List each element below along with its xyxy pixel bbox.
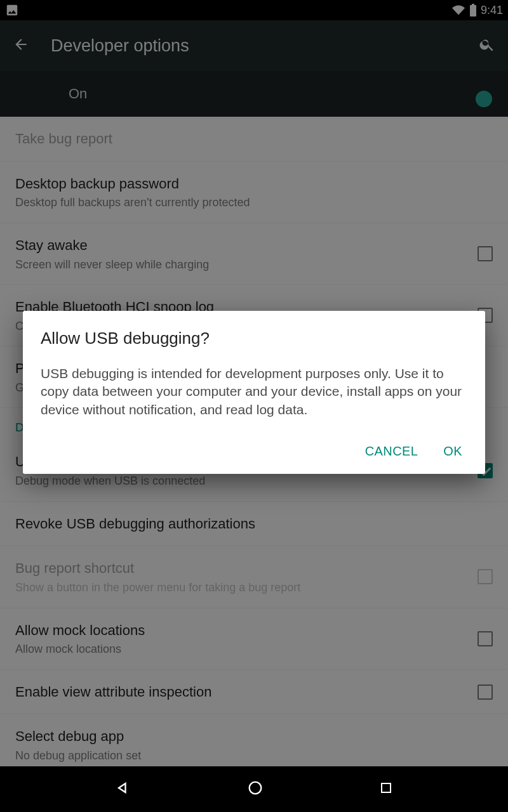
dialog-cancel-button[interactable]: Cancel [365,444,418,459]
nav-recent-icon[interactable] [378,780,394,798]
svg-rect-3 [382,783,391,792]
dialog-allow-usb-debugging: Allow USB debugging? USB debugging is in… [23,311,485,474]
dialog-title: Allow USB debugging? [41,329,467,348]
nav-home-icon[interactable] [246,779,264,799]
svg-point-2 [250,782,262,794]
dialog-body: USB debugging is intended for developmen… [41,365,467,419]
dialog-ok-button[interactable]: OK [443,444,462,459]
nav-back-icon[interactable] [114,779,132,799]
navigation-bar [0,766,508,812]
